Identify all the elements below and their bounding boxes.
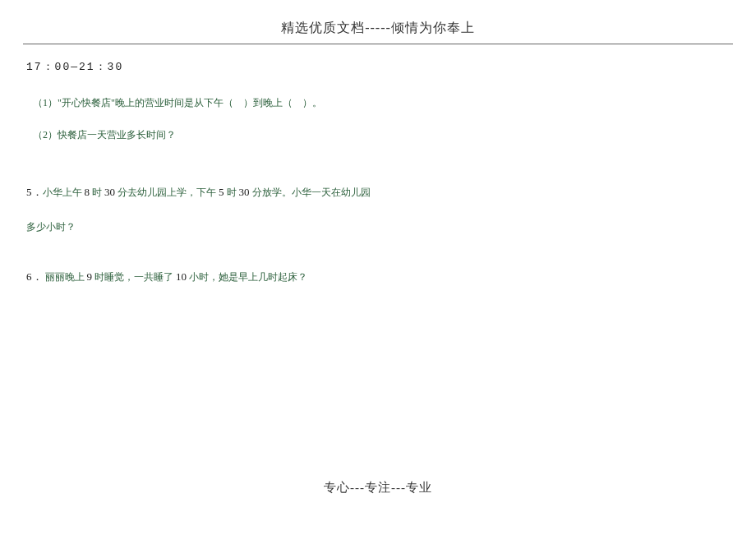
spacer [26, 159, 730, 182]
q6-text2: 时睡觉，一共睡了 [92, 271, 176, 283]
page-header: 精选优质文档-----倾情为你奉上 [0, 0, 756, 44]
q6-num2: 10 [176, 270, 187, 283]
q6-prefix: 6． [26, 270, 43, 283]
q5-text1: 小华上午 [43, 187, 85, 198]
q5-text3: 分去幼儿园上学，下午 [115, 187, 219, 198]
question-6: 6． 丽丽晚上 9 时睡觉，一共睡了 10 小时，她是早上几时起床？ [26, 267, 730, 287]
page-footer: 专心---专注---专业 [0, 480, 756, 496]
footer-text: 专心---专注---专业 [324, 481, 432, 494]
q5-text4: 时 [224, 187, 239, 198]
q5-text5: 分放学。小华一天在幼儿园 [250, 187, 371, 198]
question-5-line2: 多少小时？ [26, 219, 730, 237]
q6-text3: 小时，她是早上几时起床？ [187, 271, 307, 283]
q5-text2: 时 [90, 187, 104, 198]
q5-num2: 30 [104, 186, 115, 198]
q5-line2-text: 多少小时？ [26, 221, 76, 233]
header-title: 精选优质文档-----倾情为你奉上 [281, 21, 475, 35]
document-content: 17：00—21：30 （1）"开心快餐店"晚上的营业时间是从下午（ ）到晚上（… [0, 44, 756, 287]
sub-question-2: （2）快餐店一天营业多长时间？ [26, 127, 730, 145]
sub-question-1: （1）"开心快餐店"晚上的营业时间是从下午（ ）到晚上（ ）。 [26, 95, 730, 113]
q5-num4: 30 [239, 186, 250, 198]
q6-text1: 丽丽晚上 [43, 271, 87, 283]
time-range-text: 17：00—21：30 [26, 59, 730, 76]
question-5-line1: 5．小华上午 8 时 30 分去幼儿园上学，下午 5 时 30 分放学。小华一天… [26, 182, 730, 202]
q5-prefix: 5． [26, 186, 43, 198]
spacer [26, 252, 730, 267]
